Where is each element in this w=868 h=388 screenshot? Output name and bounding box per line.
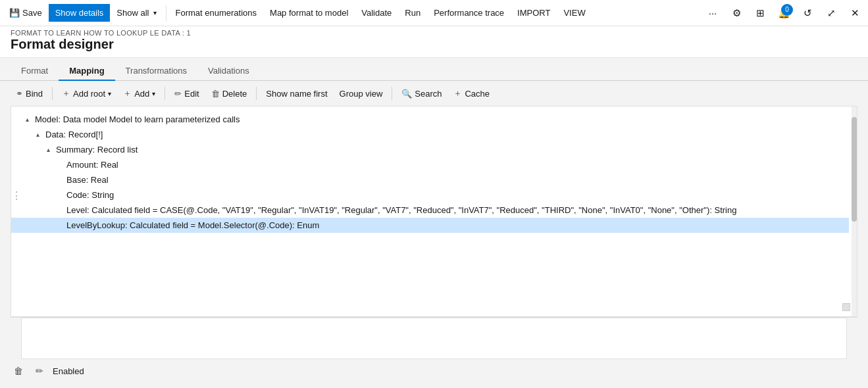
vertical-scrollbar[interactable] [852, 107, 857, 316]
tab-format[interactable]: Format [11, 61, 59, 81]
tree-node-model[interactable]: ▴ Model: Data model Model to learn param… [11, 112, 849, 127]
add-caret: ▾ [152, 90, 155, 97]
more-options-button[interactable]: ··· [702, 3, 723, 24]
tab-mapping[interactable]: Mapping [59, 61, 115, 81]
group-view-button[interactable]: Group view [334, 86, 388, 101]
drag-handle-icon[interactable]: ⋮ [11, 189, 19, 201]
settings-icon-button[interactable]: ⚙ [726, 3, 747, 24]
page-title: Format designer [11, 37, 857, 56]
breadcrumb-section: FORMAT TO LEARN HOW TO LOOKUP LE DATA : … [0, 26, 868, 58]
run-button[interactable]: Run [398, 4, 427, 22]
tab-transformations[interactable]: Transformations [115, 61, 197, 81]
search-icon: 🔍 [401, 89, 412, 99]
edit-button[interactable]: ✏ Edit [169, 86, 204, 101]
validate-button[interactable]: Validate [355, 4, 398, 22]
notification-badge: 0 [781, 4, 793, 16]
action-sep-1 [52, 87, 53, 100]
add-root-icon: ＋ [62, 87, 70, 99]
tree-node-code[interactable]: Code: String [11, 187, 849, 203]
scrollbar-thumb[interactable] [852, 117, 857, 222]
delete-button[interactable]: 🗑 Delete [206, 86, 253, 101]
separator-1 [166, 5, 166, 21]
save-icon: 💾 [9, 8, 20, 18]
tab-validations[interactable]: Validations [197, 61, 260, 81]
tree-area: ▴ Model: Data model Model to learn param… [11, 106, 857, 317]
tabs-bar: Format Mapping Transformations Validatio… [0, 61, 868, 81]
expand-icon-model[interactable]: ▴ [22, 114, 32, 125]
footer-delete-button[interactable]: 🗑 [11, 363, 26, 379]
expand-icon-base [53, 175, 64, 185]
action-sep-4 [392, 87, 392, 100]
add-button[interactable]: ＋ Add ▾ [118, 85, 161, 102]
refresh-button[interactable]: ↺ [797, 3, 818, 24]
delete-icon: 🗑 [211, 89, 220, 99]
show-all-button[interactable]: Show all [110, 4, 163, 22]
notification-wrapper: 🔔 0 [773, 3, 794, 24]
tree-content: ▴ Model: Data model Model to learn param… [11, 107, 857, 238]
expand-icon-amount [53, 160, 64, 170]
top-toolbar: 💾 Save Show details Show all Format enum… [0, 0, 868, 26]
footer-edit-button[interactable]: ✏ [32, 363, 47, 379]
tree-node-amount[interactable]: Amount: Real [11, 157, 849, 172]
expand-icon-level-by-lookup [53, 220, 64, 231]
bottom-section: 🗑 ✏ Enabled [11, 317, 857, 383]
action-bar: ⚭ Bind ＋ Add root ▾ ＋ Add ▾ ✏ Edit 🗑 Del… [0, 81, 868, 106]
performance-trace-button[interactable]: Performance trace [427, 4, 511, 22]
tree-node-data[interactable]: ▴ Data: Record[!] [11, 127, 849, 142]
expand-icon-level [53, 205, 64, 216]
status-text: Enabled [53, 366, 84, 376]
format-enumerations-button[interactable]: Format enumerations [169, 4, 264, 22]
search-button[interactable]: 🔍 Search [396, 86, 447, 101]
save-button[interactable]: 💾 Save [3, 4, 49, 22]
resize-handle[interactable] [842, 303, 850, 311]
import-button[interactable]: IMPORT [511, 4, 557, 22]
show-name-first-button[interactable]: Show name first [261, 86, 332, 101]
bottom-content-area [21, 318, 847, 359]
action-sep-2 [165, 87, 165, 100]
expand-icon-summary[interactable]: ▴ [43, 145, 53, 155]
action-sep-3 [256, 87, 257, 100]
toolbar-right: ··· ⚙ ⊞ 🔔 0 ↺ ⤢ ✕ [702, 3, 865, 24]
open-external-button[interactable]: ⤢ [821, 3, 842, 24]
footer-row: 🗑 ✏ Enabled [11, 359, 857, 383]
main-area: Format Mapping Transformations Validatio… [0, 58, 868, 385]
show-details-button[interactable]: Show details [49, 4, 111, 22]
map-format-to-model-button[interactable]: Map format to model [263, 4, 355, 22]
tree-node-base[interactable]: Base: Real [11, 172, 849, 187]
edit-icon: ✏ [174, 89, 182, 99]
add-root-caret: ▾ [108, 90, 111, 97]
bind-icon: ⚭ [16, 89, 23, 99]
cache-icon: ＋ [453, 87, 462, 99]
add-root-button[interactable]: ＋ Add root ▾ [57, 85, 116, 102]
tree-node-level[interactable]: Level: Calculated field = CASE(@.Code, "… [11, 203, 849, 218]
view-button[interactable]: VIEW [557, 4, 592, 22]
breadcrumb: FORMAT TO LEARN HOW TO LOOKUP LE DATA : … [11, 29, 857, 37]
apps-icon-button[interactable]: ⊞ [750, 3, 771, 24]
add-icon: ＋ [123, 87, 132, 99]
expand-icon-data[interactable]: ▴ [32, 130, 43, 140]
bind-button[interactable]: ⚭ Bind [11, 86, 48, 101]
code-row-wrapper: ⋮ Code: String [11, 187, 849, 203]
tree-node-summary[interactable]: ▴ Summary: Record list [11, 142, 849, 157]
cache-button[interactable]: ＋ Cache [448, 85, 495, 102]
expand-icon-code [53, 190, 64, 201]
tree-node-level-by-lookup[interactable]: LevelByLookup: Calculated field = Model.… [11, 218, 849, 233]
close-button[interactable]: ✕ [844, 3, 865, 24]
